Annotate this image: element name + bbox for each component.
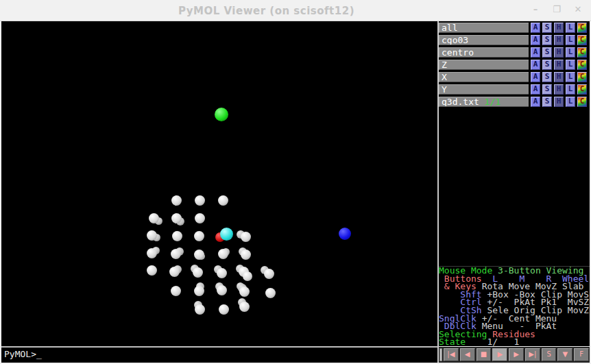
a-menu-button[interactable]: A xyxy=(531,84,540,95)
c-menu-button[interactable]: C xyxy=(577,47,587,58)
stop-button[interactable]: ■ xyxy=(477,348,492,361)
s-menu-button[interactable]: S xyxy=(542,97,552,107)
object-name-all[interactable]: all xyxy=(439,23,529,33)
h-menu-button[interactable]: H xyxy=(554,23,564,33)
object-row: ZASHLC xyxy=(439,60,590,70)
atom-sphere-white[interactable] xyxy=(241,250,251,260)
h-menu-button[interactable]: H xyxy=(554,60,564,70)
atom-sphere-white[interactable] xyxy=(172,231,182,241)
l-menu-button[interactable]: L xyxy=(566,47,575,58)
a-menu-button[interactable]: A xyxy=(531,72,540,82)
atom-sphere-white[interactable] xyxy=(195,304,205,315)
title-bar[interactable]: PyMOL Viewer (on scisoft12) – ❐ ✕ xyxy=(0,0,591,21)
s-menu-button[interactable]: S xyxy=(542,35,552,45)
resize-grip[interactable] xyxy=(439,348,442,361)
atom-sphere-white[interactable] xyxy=(147,265,157,276)
s-menu-button[interactable]: S xyxy=(542,60,552,70)
atom-sphere-white[interactable] xyxy=(149,213,159,223)
step-forward-button[interactable]: ▶ xyxy=(509,348,524,361)
atom-sphere-white[interactable] xyxy=(217,285,227,295)
atom-sphere-white[interactable] xyxy=(264,269,274,279)
object-row: cgo03ASHLC xyxy=(439,35,590,45)
atom-sphere-white[interactable] xyxy=(171,213,182,223)
object-name-centro[interactable]: centro xyxy=(439,47,529,58)
atom-sphere-white[interactable] xyxy=(171,286,181,296)
close-icon[interactable]: ✕ xyxy=(573,4,583,14)
fullscreen-button[interactable]: F xyxy=(574,348,589,361)
legend-text: 1/ 1 xyxy=(466,337,519,346)
a-menu-button[interactable]: A xyxy=(531,60,540,70)
step-back-button[interactable]: ◀ xyxy=(460,348,475,361)
h-menu-button[interactable]: H xyxy=(554,47,564,58)
object-name-Y[interactable]: Y xyxy=(439,84,529,95)
l-menu-button[interactable]: L xyxy=(566,72,575,82)
h-menu-button[interactable]: H xyxy=(554,35,564,45)
l-menu-button[interactable]: L xyxy=(566,35,575,45)
3d-viewport[interactable] xyxy=(1,21,437,346)
s-menu-button[interactable]: S xyxy=(542,84,552,95)
c-menu-button[interactable]: C xyxy=(577,35,587,45)
l-menu-button[interactable]: L xyxy=(566,97,575,107)
c-menu-button[interactable]: C xyxy=(577,60,587,70)
atom-sphere-white[interactable] xyxy=(169,267,180,277)
play-button[interactable]: ▶ xyxy=(492,348,507,361)
atom-sphere-white[interactable] xyxy=(171,249,181,259)
atom-sphere-white[interactable] xyxy=(195,195,205,206)
atom-sphere-white[interactable] xyxy=(217,268,227,278)
object-name-cgo03[interactable]: cgo03 xyxy=(439,35,529,45)
l-menu-button[interactable]: L xyxy=(566,23,575,33)
l-menu-button[interactable]: L xyxy=(566,60,575,70)
atom-sphere-white[interactable] xyxy=(147,230,157,241)
atom-sphere-white[interactable] xyxy=(218,249,228,259)
menu-down-button[interactable]: ▼ xyxy=(557,348,572,361)
h-menu-button[interactable]: H xyxy=(554,97,564,107)
atom-sphere-white[interactable] xyxy=(243,271,252,281)
atom-sphere-white[interactable] xyxy=(194,231,204,241)
a-menu-button[interactable]: A xyxy=(531,97,540,107)
command-bar[interactable]: PyMOL>_ xyxy=(1,346,437,363)
atom-sphere-white[interactable] xyxy=(239,287,250,297)
command-cursor: _ xyxy=(36,349,42,359)
window-title: PyMOL Viewer (on scisoft12) xyxy=(0,5,533,17)
a-menu-button[interactable]: A xyxy=(531,47,540,58)
atom-sphere-white[interactable] xyxy=(218,195,228,206)
atom-sphere-white[interactable] xyxy=(194,286,204,296)
s-menu-button[interactable]: S xyxy=(542,23,552,33)
minimize-icon[interactable]: – xyxy=(531,4,540,14)
object-name-X[interactable]: X xyxy=(439,72,529,82)
scene-button[interactable]: S xyxy=(542,348,557,361)
h-menu-button[interactable]: H xyxy=(554,84,564,95)
maximize-icon[interactable]: ❐ xyxy=(552,4,562,14)
pymol-window: PyMOL Viewer (on scisoft12) – ❐ ✕ allASH… xyxy=(0,0,591,364)
atom-sphere-white[interactable] xyxy=(195,213,205,223)
a-menu-button[interactable]: A xyxy=(531,35,540,45)
atom-sphere-blue[interactable] xyxy=(339,228,351,240)
object-name-q3d.txt[interactable]: q3d.txt 1/1 xyxy=(439,97,529,107)
h-menu-button[interactable]: H xyxy=(554,72,564,82)
c-menu-button[interactable]: C xyxy=(577,72,587,82)
atom-sphere-cyan[interactable] xyxy=(220,228,233,241)
object-list: allASHLCcgo03ASHLCcentroASHLCZASHLCXASHL… xyxy=(439,23,590,109)
atom-sphere-white[interactable] xyxy=(193,267,203,278)
atom-sphere-white[interactable] xyxy=(147,248,157,258)
a-menu-button[interactable]: A xyxy=(531,23,540,33)
atom-sphere-white[interactable] xyxy=(241,232,251,242)
c-menu-button[interactable]: C xyxy=(577,97,587,107)
state-line[interactable]: State 1/ 1 xyxy=(439,338,590,346)
go-to-start-button[interactable]: |◀ xyxy=(444,348,459,361)
l-menu-button[interactable]: L xyxy=(566,84,575,95)
object-row: YASHLC xyxy=(439,84,590,95)
s-menu-button[interactable]: S xyxy=(542,72,552,82)
atom-sphere-white[interactable] xyxy=(239,302,250,312)
atom-sphere-white[interactable] xyxy=(265,288,276,298)
go-to-end-button[interactable]: ▶| xyxy=(525,348,540,361)
object-name-Z[interactable]: Z xyxy=(439,60,529,70)
atom-sphere-white[interactable] xyxy=(171,195,182,206)
c-menu-button[interactable]: C xyxy=(577,23,587,33)
atom-sphere-white[interactable] xyxy=(194,250,204,260)
atom-sphere-white[interactable] xyxy=(219,304,229,315)
atom-sphere-green[interactable] xyxy=(215,108,228,121)
s-menu-button[interactable]: S xyxy=(542,47,552,58)
c-menu-button[interactable]: C xyxy=(577,84,587,95)
command-prompt: PyMOL> xyxy=(4,349,36,359)
